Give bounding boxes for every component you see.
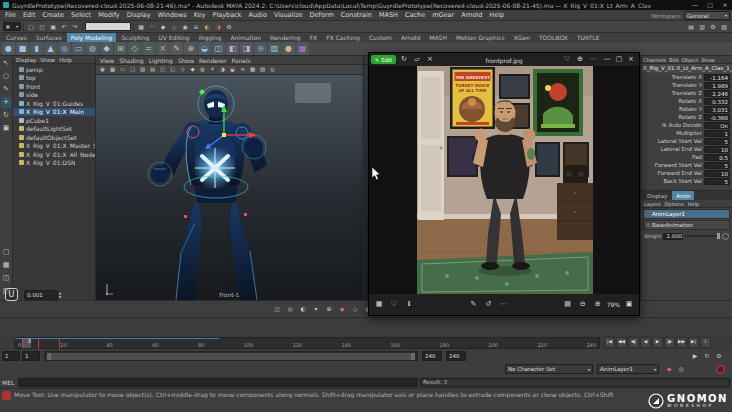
workspace-dropdown[interactable]: General▾ — [684, 11, 730, 20]
channel-value-field[interactable]: -1.164 — [704, 74, 730, 81]
motion-blur-icon[interactable]: ≋ — [238, 65, 247, 74]
shelf-tab[interactable]: TURTLE — [573, 33, 604, 42]
menubar-item[interactable]: Help — [489, 11, 504, 19]
step-forward-frame-button[interactable]: ▶▶ — [676, 337, 687, 348]
select-tool-icon[interactable]: ↖ — [1, 58, 12, 69]
menubar-item[interactable]: Deform — [310, 11, 334, 19]
play-forwards-button[interactable]: ▶ — [652, 337, 663, 348]
move-tool-icon[interactable]: + — [1, 97, 12, 108]
attribute-editor-icon[interactable]: ▥ — [697, 22, 707, 32]
playback-start-field[interactable] — [22, 351, 40, 361]
spinner-icon[interactable]: ▲▼ — [59, 291, 61, 299]
outliner-menu-item[interactable]: Help — [59, 57, 72, 63]
menubar-item[interactable]: Create — [42, 11, 64, 19]
menubar-item[interactable]: Playback — [212, 11, 241, 19]
current-time-marker[interactable]: 3 — [22, 338, 31, 348]
snap-curve-icon[interactable]: ◠ — [147, 22, 157, 32]
shelf-bridge-icon[interactable]: = — [142, 42, 155, 55]
shelf-tab[interactable]: Sculpting — [117, 33, 153, 42]
range-handle-left[interactable] — [47, 353, 51, 360]
info-icon[interactable]: ℹ — [403, 299, 415, 311]
outliner-item[interactable]: X_Rig_V_01:DSN — [13, 159, 95, 168]
channelbox-menu-item[interactable]: Object — [682, 57, 698, 63]
menubar-item[interactable]: Cache — [405, 11, 425, 19]
channel-value-field[interactable]: 10 — [704, 170, 730, 177]
channel-value-field[interactable]: 10 — [704, 146, 730, 153]
shelf-tab[interactable]: Arnold — [397, 33, 424, 42]
grid-toggle-icon[interactable]: ▦ — [108, 65, 117, 74]
maximize-button[interactable]: ▢ — [703, 0, 717, 10]
shelf-target-weld-icon[interactable]: ⊕ — [184, 42, 197, 55]
layout-split-icon[interactable]: ◫ — [1, 273, 12, 284]
viewport-canvas[interactable]: front-1 — [96, 75, 363, 300]
textured-icon[interactable]: ◍ — [198, 65, 207, 74]
shelf-lattice-icon[interactable]: ▦ — [296, 42, 309, 55]
channel-value-field[interactable]: On — [704, 122, 730, 129]
menubar-item[interactable]: Constrain — [341, 11, 372, 19]
shelf-cylinder-icon[interactable]: ▮ — [30, 42, 43, 55]
shaded-icon[interactable]: ◆ — [188, 65, 197, 74]
redo-icon[interactable]: ↷ — [70, 22, 80, 32]
shadows-icon[interactable]: ◑ — [218, 65, 227, 74]
step-forward-key-button[interactable]: |▶ — [664, 337, 675, 348]
outliner-item[interactable]: X_Rig_V_01:X_All_Nodes_Con — [13, 150, 95, 159]
channelbox-menu-item[interactable]: Edit — [669, 57, 679, 63]
anim-snapshot-icon[interactable]: ◎ — [676, 364, 686, 374]
photo-canvas[interactable]: THE GREATEST TURKEY MOVIE OF ALL TIME — [369, 66, 639, 296]
outliner-item[interactable]: X_Rig_V_01:X_Master_Set — [13, 142, 95, 151]
photo-edit-button[interactable]: ✎Edit — [371, 55, 396, 64]
anti-aliasing-icon[interactable]: ▩ — [248, 65, 257, 74]
favorite-icon[interactable]: ♡ — [388, 299, 400, 311]
go-to-start-button[interactable]: |◀ — [604, 337, 615, 348]
shelf-tab[interactable]: MASH — [425, 33, 451, 42]
shelf-tab[interactable]: UV Editing — [154, 33, 193, 42]
outliner-item[interactable]: side — [13, 91, 95, 100]
camera-lock-icon[interactable]: ◉ — [98, 65, 107, 74]
anim-start-field[interactable] — [2, 351, 20, 361]
make-live-icon[interactable]: ◉ — [180, 22, 190, 32]
ipr-render-icon[interactable]: ◑ — [213, 22, 223, 32]
outliner-item[interactable]: X_Rig_V_01:Guides — [13, 99, 95, 108]
rotate-left-icon[interactable]: ↺ — [482, 299, 494, 311]
time-slider[interactable]: 020406080100120140160180200220240 3 — [14, 337, 600, 349]
shelf-smooth-icon[interactable]: ◒ — [198, 42, 211, 55]
u-badge-icon[interactable]: U — [5, 288, 18, 301]
menubar-item[interactable]: Edit — [23, 11, 36, 19]
outliner-item[interactable]: front — [13, 82, 95, 91]
layer-weight-field[interactable]: 1.000 — [663, 233, 683, 240]
open-scene-icon[interactable]: ◰ — [37, 22, 47, 32]
playback-end-field[interactable] — [422, 351, 442, 361]
audio-toggle-icon[interactable]: ♪ — [700, 337, 711, 348]
menubar-item[interactable]: Arnold — [461, 11, 482, 19]
more-options-icon[interactable]: ⋯ — [587, 54, 599, 66]
shelf-combine-icon[interactable]: ◨ — [240, 42, 253, 55]
outliner-item[interactable]: X_Rig_V_01:X_Main — [13, 108, 95, 117]
shelf-cone-icon[interactable]: ▲ — [44, 42, 57, 55]
shelf-tab[interactable]: Poly Modeling — [67, 33, 117, 42]
undo-icon[interactable]: ↶ — [59, 22, 69, 32]
channel-value-field[interactable]: 5 — [704, 162, 730, 169]
render-icon[interactable]: ◐ — [202, 22, 212, 32]
shelf-tab[interactable]: Surfaces — [32, 33, 66, 42]
new-scene-icon[interactable]: ▢ — [26, 22, 36, 32]
shelf-disc-icon[interactable]: ◍ — [86, 42, 99, 55]
anim-layer-item[interactable]: AnimLayer1 — [643, 209, 730, 219]
anim-end-field[interactable] — [446, 351, 466, 361]
outliner-menu-item[interactable]: Display — [16, 57, 36, 63]
step-back-key-button[interactable]: ◀| — [628, 337, 639, 348]
layer-editor-tab[interactable]: Anim — [672, 191, 694, 200]
shelf-tab[interactable]: Curves — [2, 33, 31, 42]
shelf-platonic-icon[interactable]: ◆ — [100, 42, 113, 55]
layout-single-icon[interactable]: ▢ — [1, 247, 12, 258]
modeling-toolkit-icon[interactable]: ▤ — [686, 22, 696, 32]
layer-menu-item[interactable]: Layers — [644, 201, 661, 207]
channel-value-field[interactable]: 2.246 — [704, 90, 730, 97]
shelf-plane-icon[interactable]: ▭ — [72, 42, 85, 55]
minimize-button[interactable]: — — [688, 0, 702, 10]
viewport-menu-item[interactable]: Show — [178, 57, 194, 64]
more-icon[interactable]: ⋯ — [497, 299, 509, 311]
shelf-torus-icon[interactable]: ◎ — [58, 42, 71, 55]
layout-four-view-icon[interactable]: ▦ — [1, 260, 12, 271]
menubar-item[interactable]: Audio — [249, 11, 267, 19]
shelf-tab[interactable]: TOOLBOX — [535, 33, 572, 42]
